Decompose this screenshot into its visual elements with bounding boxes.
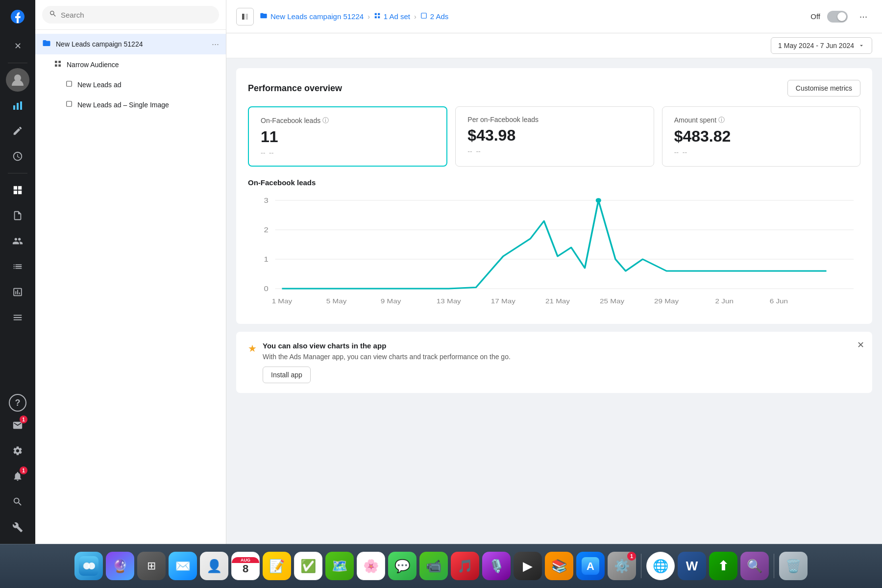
list-chart-icon[interactable] [6, 255, 29, 278]
svg-rect-7 [58, 64, 61, 67]
toggle-label: Off [810, 12, 820, 21]
dock-spotlight[interactable]: 🔍 [740, 552, 769, 580]
svg-text:6 Jun: 6 Jun [770, 297, 788, 305]
metric-sub-1: -- -- [261, 149, 435, 157]
dock-word[interactable]: W [678, 552, 706, 580]
svg-text:25 May: 25 May [600, 297, 625, 305]
sidebar-divider-2 [8, 173, 27, 173]
breadcrumb-sep-1: › [368, 13, 370, 21]
breadcrumb-ads-icon [420, 12, 427, 21]
dock-calendar[interactable]: AUG 8 [231, 552, 260, 580]
meta-logo-icon[interactable] [6, 5, 29, 28]
inbox-icon[interactable]: 1 [6, 414, 29, 437]
chart-section: On-Facebook leads 3 2 1 0 [248, 178, 860, 312]
dock-app-store[interactable]: A [576, 552, 605, 580]
notifications-icon[interactable]: 1 [6, 465, 29, 488]
pencil-icon[interactable] [6, 119, 29, 143]
dock-launchpad[interactable]: ⊞ [137, 552, 166, 580]
dock-podcasts[interactable]: 🎙️ [482, 552, 511, 580]
breadcrumb-ads[interactable]: 2 Ads [420, 12, 449, 21]
dock-trash[interactable]: 🗑️ [779, 552, 808, 580]
analytics-icon[interactable] [6, 280, 29, 304]
hamburger-menu-icon[interactable] [6, 306, 29, 329]
people-icon[interactable] [6, 229, 29, 253]
svg-text:3: 3 [264, 196, 268, 204]
info-banner: ★ You can also view charts in the app Wi… [236, 332, 872, 393]
dock-divider-2 [774, 554, 774, 578]
dock-system-preferences[interactable]: ⚙️ 1 [608, 552, 636, 580]
metric-label-2: Per on-Facebook leads [467, 116, 641, 123]
inbox-badge: 1 [20, 416, 27, 423]
document-icon[interactable] [6, 204, 29, 227]
metric-info-icon-1[interactable]: ⓘ [322, 116, 329, 125]
svg-rect-10 [242, 14, 245, 20]
dock-siri[interactable]: 🔮 [106, 552, 134, 580]
collapse-panel-button[interactable] [236, 8, 254, 25]
svg-rect-1 [13, 105, 15, 110]
dock-reminders[interactable]: ✅ [294, 552, 322, 580]
campaign-label: New Leads campaign 51224 [56, 40, 212, 48]
dock-maps[interactable]: 🗺️ [325, 552, 354, 580]
content-scroll[interactable]: Performance overview Customise metrics O… [226, 58, 882, 544]
install-app-button[interactable]: Install app [263, 367, 311, 383]
dock-music[interactable]: 🎵 [451, 552, 479, 580]
svg-text:17 May: 17 May [491, 297, 516, 305]
metrics-row: On-Facebook leads ⓘ 11 -- -- Per on-Face… [248, 106, 860, 167]
dock-apple-tv[interactable]: ▶ [514, 552, 542, 580]
svg-text:21 May: 21 May [545, 297, 570, 305]
adset-item[interactable]: Narrow Audience ··· [35, 54, 226, 74]
metric-sub-3: -- -- [674, 148, 848, 156]
dock-upwork[interactable]: ⬆ [709, 552, 737, 580]
metric-value-3: $483.82 [674, 127, 848, 146]
metric-info-icon-3[interactable]: ⓘ [718, 116, 725, 124]
customise-metrics-button[interactable]: Customise metrics [787, 80, 860, 97]
date-range-label: 1 May 2024 - 7 Jun 2024 [778, 42, 854, 49]
dock-notes[interactable]: 📝 [263, 552, 291, 580]
bar-chart-icon[interactable] [6, 94, 29, 117]
campaign-item[interactable]: New Leads campaign 51224 ··· [35, 34, 226, 54]
admin-tools-icon[interactable] [6, 515, 29, 539]
date-range-button[interactable]: 1 May 2024 - 7 Jun 2024 [771, 37, 872, 54]
date-range-bar: 1 May 2024 - 7 Jun 2024 [226, 33, 882, 58]
ad-icon-2 [66, 100, 73, 109]
top-bar: New Leads campaign 51224 › 1 Ad set › [226, 0, 882, 33]
main-content: New Leads campaign 51224 › 1 Ad set › [226, 0, 882, 544]
svg-text:1 May: 1 May [272, 297, 293, 305]
performance-header: Performance overview Customise metrics [248, 80, 860, 97]
dock-contacts[interactable]: 👤 [200, 552, 228, 580]
dock-photos[interactable]: 🌸 [357, 552, 385, 580]
search-icon [49, 10, 57, 20]
user-avatar[interactable] [6, 68, 29, 92]
help-icon[interactable]: ? [9, 394, 26, 412]
dock-mail[interactable]: ✉️ [169, 552, 197, 580]
close-sidebar-button[interactable]: ✕ [6, 34, 29, 58]
ad-icon-1 [66, 80, 73, 89]
grid-icon[interactable] [6, 178, 29, 202]
mac-dock: 🔮 ⊞ ✉️ 👤 AUG 8 📝 ✅ 🗺️ 🌸 💬 📹 🎵 🎙️ ▶ [0, 544, 882, 588]
campaign-menu-btn[interactable]: ··· [212, 39, 219, 49]
dock-messages[interactable]: 💬 [388, 552, 416, 580]
svg-rect-8 [67, 81, 72, 86]
settings-icon[interactable] [6, 439, 29, 463]
svg-text:2 Jun: 2 Jun [715, 297, 734, 305]
search-sidebar-icon[interactable] [6, 490, 29, 514]
search-input[interactable] [61, 11, 212, 19]
breadcrumb-adset[interactable]: 1 Ad set [374, 12, 410, 21]
breadcrumb-campaign[interactable]: New Leads campaign 51224 [260, 12, 364, 22]
dock-facetime[interactable]: 📹 [419, 552, 448, 580]
dock-chrome[interactable]: 🌐 [646, 552, 675, 580]
dock-books[interactable]: 📚 [545, 552, 573, 580]
clock-icon[interactable] [6, 145, 29, 168]
ad-item-1[interactable]: New Leads ad ··· [35, 74, 226, 95]
svg-rect-13 [378, 13, 380, 15]
banner-close-button[interactable]: ✕ [857, 340, 864, 350]
chart-container: 3 2 1 0 1 May 5 May 9 May 13 May 17 May … [248, 195, 860, 312]
breadcrumb-folder-icon [260, 12, 268, 22]
more-menu-button[interactable]: ··· [855, 8, 872, 25]
metric-label-3: Amount spent ⓘ [674, 116, 848, 124]
toggle-switch[interactable] [827, 11, 848, 23]
search-input-wrap[interactable] [42, 6, 219, 24]
svg-text:1: 1 [264, 255, 268, 263]
dock-finder[interactable] [74, 552, 103, 580]
ad-item-2[interactable]: New Leads ad – Single Image ··· [35, 95, 226, 115]
